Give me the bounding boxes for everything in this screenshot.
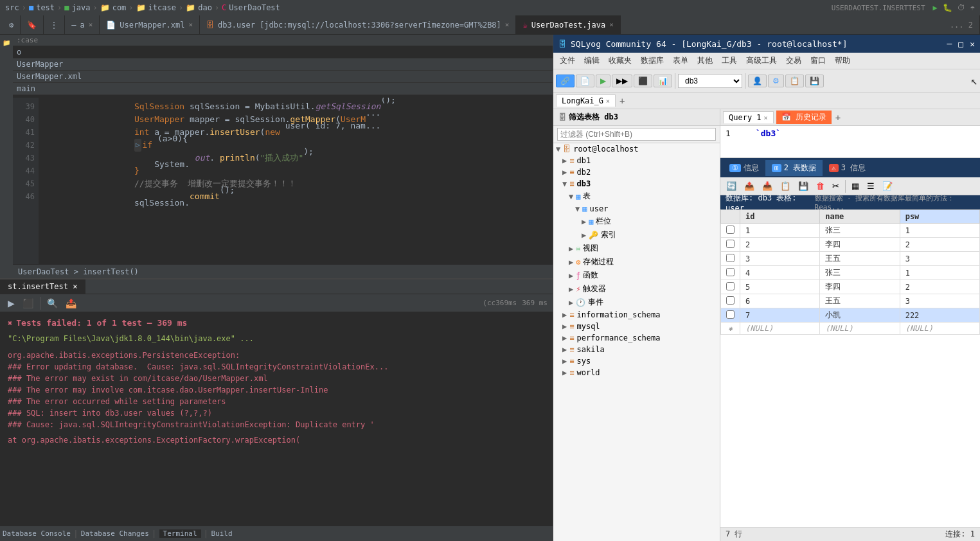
menu-advanced[interactable]: 高级工具 xyxy=(742,54,781,67)
result-tab-info[interactable]: ① 信息 xyxy=(723,160,765,176)
col-psw[interactable]: psw xyxy=(900,210,979,224)
sqlyog-close-btn[interactable]: ✕ xyxy=(970,39,975,49)
code-content[interactable]: SqlSession sqlSession = MybatisUtil.getS… xyxy=(39,98,553,264)
tree-mysql[interactable]: ▶ ≡ mysql xyxy=(553,321,720,332)
sq-schema-btn[interactable]: ⚙ xyxy=(768,75,784,87)
result-detail-btn[interactable]: 📝 xyxy=(879,179,896,193)
tab-extra[interactable]: ... 2 xyxy=(943,15,980,35)
tree-user-table[interactable]: ▼ ▦ user xyxy=(553,203,720,215)
tab-menu[interactable]: ⋮ xyxy=(44,15,65,35)
query-editor[interactable]: 1 `db3` xyxy=(720,126,980,158)
result-export-btn[interactable]: 📤 xyxy=(741,179,758,193)
conn-tab-add[interactable]: + xyxy=(616,94,628,107)
row6-checkbox[interactable] xyxy=(726,296,735,305)
menu-table[interactable]: 表单 xyxy=(669,54,692,67)
sq-table-btn[interactable]: 📋 xyxy=(785,75,804,87)
menu-tools[interactable]: 工具 xyxy=(718,54,741,67)
result-save-btn[interactable]: 💾 xyxy=(795,179,812,193)
tree-views[interactable]: ▶ ♾ 视图 xyxy=(553,242,720,255)
menu-other[interactable]: 其他 xyxy=(693,54,717,67)
table-row[interactable]: 1 张三 1 xyxy=(721,224,980,238)
tab-minus[interactable]: — a × xyxy=(65,15,100,35)
run-filter-btn[interactable]: 🔍 xyxy=(44,297,60,310)
tree-procedures[interactable]: ▶ ⚙ 存储过程 xyxy=(553,255,720,269)
tab-usermapper-xml[interactable]: 📄 UserMapper.xml × xyxy=(100,15,200,35)
tree-world[interactable]: ▶ ≡ world xyxy=(553,367,720,378)
sq-chart-btn[interactable]: 📊 xyxy=(654,75,672,87)
menu-transaction[interactable]: 交易 xyxy=(782,54,805,67)
tree-events[interactable]: ▶ 🕐 事件 xyxy=(553,296,720,309)
tab-minus-close[interactable]: × xyxy=(89,21,93,29)
query-tab-add[interactable]: + xyxy=(832,111,844,124)
query1-close[interactable]: × xyxy=(764,114,768,121)
sq-user-btn[interactable]: 👤 xyxy=(748,75,767,87)
tree-filter-input[interactable] xyxy=(557,128,716,141)
table-row[interactable]: 4 张三 1 xyxy=(721,266,980,280)
build-tab[interactable]: Build xyxy=(211,529,232,538)
row2-checkbox[interactable] xyxy=(726,240,735,248)
tree-functions[interactable]: ▶ ƒ 函数 xyxy=(553,269,720,282)
sq-stop-btn[interactable]: ⬛ xyxy=(634,75,652,87)
breadcrumb-dao[interactable]: dao xyxy=(198,3,212,12)
database-console-tab[interactable]: Database Console xyxy=(3,529,71,538)
menu-edit[interactable]: 编辑 xyxy=(580,54,603,67)
menu-favorites[interactable]: 收藏夹 xyxy=(605,54,636,67)
col-name[interactable]: name xyxy=(820,210,900,224)
sidebar-project-icon[interactable]: 📁 xyxy=(1,37,12,48)
row5-checkbox[interactable] xyxy=(726,282,735,290)
result-refresh-btn[interactable]: 🔄 xyxy=(723,179,740,193)
result-list-btn[interactable]: ☰ xyxy=(864,179,878,193)
profile-icon[interactable]: ⏱ xyxy=(958,3,965,12)
sq-import-btn[interactable]: 💾 xyxy=(805,75,824,87)
tree-columns[interactable]: ▶ ▦ 栏位 xyxy=(553,215,720,228)
query-tab-1[interactable]: Query 1 × xyxy=(723,111,774,123)
tab-bookmark[interactable]: 🔖 xyxy=(21,15,44,35)
tree-indexes[interactable]: ▶ 🔑 索引 xyxy=(553,228,720,242)
run-tab-inserttest[interactable]: st.insertTest × xyxy=(0,279,85,294)
sq-connect-btn[interactable]: 🔗 xyxy=(556,75,575,87)
menu-help[interactable]: 帮助 xyxy=(831,54,854,67)
project-usermapper[interactable]: UserMapper xyxy=(13,58,553,71)
table-row-null[interactable]: ✱ (NULL) (NULL) (NULL) xyxy=(721,323,980,335)
tree-triggers[interactable]: ▶ ⚡ 触发器 xyxy=(553,282,720,296)
result-tab-info3[interactable]: ⚠ 3 信息 xyxy=(823,160,872,176)
table-row[interactable]: 3 王五 3 xyxy=(721,252,980,266)
database-changes-tab[interactable]: Database Changes xyxy=(81,529,149,538)
sq-run-btn[interactable]: ▶ xyxy=(596,75,610,87)
debug-icon[interactable]: 🐛 xyxy=(943,3,952,12)
query-tab-history[interactable]: 📅 历史记录 xyxy=(776,111,832,124)
sqlyog-maximize-btn[interactable]: □ xyxy=(958,39,963,49)
tree-sys[interactable]: ▶ ≡ sys xyxy=(553,355,720,367)
tree-root[interactable]: ▼ 🗄 root@localhost xyxy=(553,143,720,155)
result-delete-btn[interactable]: 🗑 xyxy=(813,179,828,193)
result-grid-btn[interactable]: ▦ xyxy=(848,179,862,193)
result-import-btn[interactable]: 📥 xyxy=(759,179,776,193)
conn-tab-longkai[interactable]: LongKai_G × xyxy=(556,94,616,107)
run-icon[interactable]: ▶ xyxy=(933,3,938,12)
tree-perf-schema[interactable]: ▶ ≡ performance_schema xyxy=(553,332,720,344)
run-stop-btn[interactable]: ⬛ xyxy=(20,297,36,310)
table-row[interactable]: 5 李四 2 xyxy=(721,280,980,294)
conn-tab-close[interactable]: × xyxy=(606,98,610,105)
tree-db1[interactable]: ▶ ≡ db1 xyxy=(553,155,720,166)
menu-database[interactable]: 数据库 xyxy=(637,54,668,67)
row3-checkbox[interactable] xyxy=(726,254,735,262)
breadcrumb-test[interactable]: test xyxy=(36,3,55,12)
result-copy-btn[interactable]: 📋 xyxy=(777,179,794,193)
sq-runall-btn[interactable]: ▶▶ xyxy=(612,75,632,87)
table-row[interactable]: 2 李四 2 xyxy=(721,238,980,252)
breadcrumb-itcase[interactable]: itcase xyxy=(148,3,176,12)
tab-db3[interactable]: 🗄 db3.user [jdbc:mysql://localhost:3306?… xyxy=(200,15,516,35)
sq-newquery-btn[interactable]: 📄 xyxy=(576,75,594,87)
tab-settings[interactable]: ⚙ xyxy=(3,15,21,35)
result-tab-tabledata[interactable]: ⊞ 2 表数据 xyxy=(765,160,823,176)
row1-checkbox[interactable] xyxy=(726,226,735,234)
tree-db3[interactable]: ▼ ≡ db3 xyxy=(553,178,720,190)
col-id[interactable]: id xyxy=(740,210,820,224)
menu-file[interactable]: 文件 xyxy=(556,54,579,67)
project-usermapper-xml[interactable]: UserMapper.xml xyxy=(13,71,553,83)
terminal-tab[interactable]: Terminal xyxy=(159,529,201,538)
breadcrumb-userdaotest[interactable]: UserDaoTest xyxy=(229,3,280,12)
result-filter-btn[interactable]: ✂ xyxy=(829,179,842,193)
sqlyog-minimize-btn[interactable]: ─ xyxy=(947,39,952,49)
